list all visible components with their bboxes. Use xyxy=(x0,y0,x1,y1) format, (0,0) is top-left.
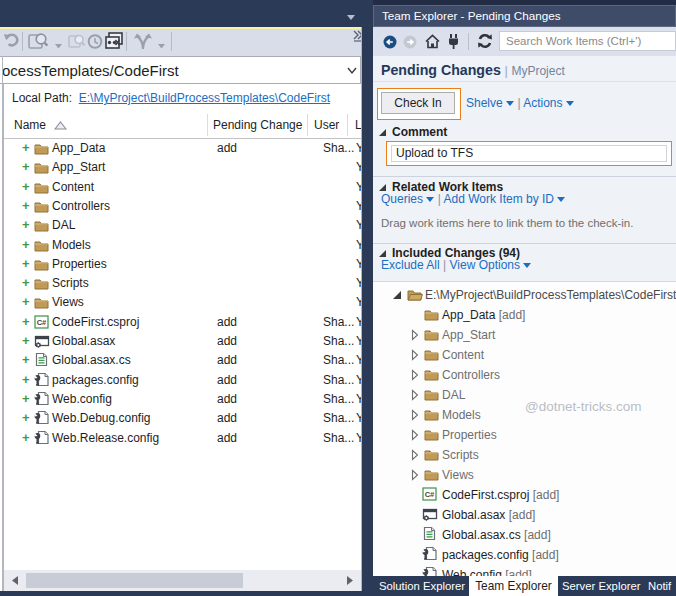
svg-text:C#: C# xyxy=(37,318,47,327)
svg-text:C#: C# xyxy=(425,490,435,499)
